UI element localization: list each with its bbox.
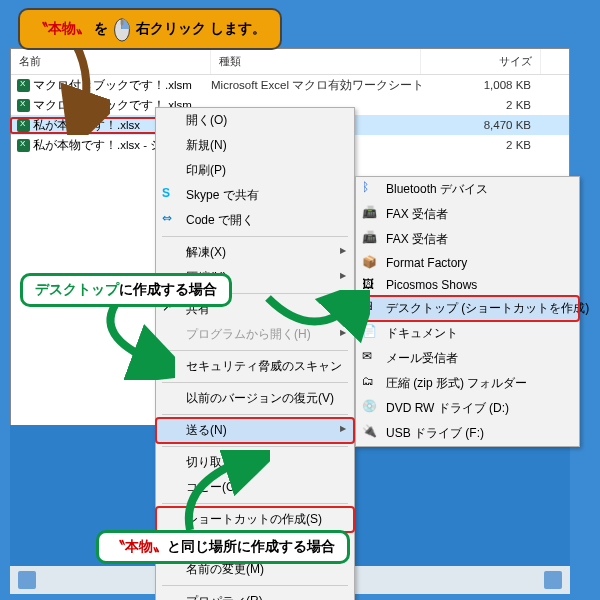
code-icon: ⇔ xyxy=(162,211,177,226)
arrow-green-up xyxy=(260,290,370,350)
xlsm-icon xyxy=(17,79,30,92)
sendto-usb[interactable]: 🔌USB ドライブ (F:) xyxy=(356,421,579,446)
fax-icon: 📠 xyxy=(362,230,377,245)
column-size[interactable]: サイズ xyxy=(421,49,541,74)
menu-separator xyxy=(162,414,348,415)
xlsm-icon xyxy=(17,99,30,112)
menu-separator xyxy=(162,585,348,586)
menu-send[interactable]: 送る(N) xyxy=(156,418,354,443)
menu-separator xyxy=(162,382,348,383)
menu-new[interactable]: 新規(N) xyxy=(156,133,354,158)
menu-properties[interactable]: プロパティ(R) xyxy=(156,589,354,600)
canvas: 〝本物〟 を 右クリック します。 名前 種類 サイズ マクロ付きブックです！.… xyxy=(0,0,600,600)
sendto-submenu: ᛒBluetooth デバイス 📠FAX 受信者 📠FAX 受信者 📦Forma… xyxy=(355,176,580,447)
menu-code[interactable]: ⇔Code で開く xyxy=(156,208,354,233)
arrow-green-up2 xyxy=(170,450,270,540)
xlsx-icon xyxy=(17,139,30,152)
fax-icon: 📠 xyxy=(362,205,377,220)
sendto-bluetooth[interactable]: ᛒBluetooth デバイス xyxy=(356,177,579,202)
callout-sameplace-case: 〝本物〟と同じ場所に作成する場合 xyxy=(96,530,350,564)
mail-icon: ✉ xyxy=(362,349,377,364)
callout-desktop-case: デスクトップに作成する場合 xyxy=(20,273,232,307)
column-kind[interactable]: 種類 xyxy=(211,49,421,74)
sendto-mail[interactable]: ✉メール受信者 xyxy=(356,346,579,371)
sendto-documents[interactable]: 📄ドキュメント xyxy=(356,321,579,346)
arrow-brown xyxy=(50,35,110,135)
ff-icon: 📦 xyxy=(362,255,377,270)
sendto-picosmos[interactable]: 🖼Picosmos Shows xyxy=(356,274,579,296)
sendto-desktop[interactable]: 🖥デスクトップ (ショートカットを作成) xyxy=(356,296,579,321)
menu-thaw[interactable]: 解凍(X) xyxy=(156,240,354,265)
sendto-dvd[interactable]: 💿DVD RW ドライブ (D:) xyxy=(356,396,579,421)
zip-icon: 🗂 xyxy=(362,374,377,389)
menu-restore[interactable]: 以前のバージョンの復元(V) xyxy=(156,386,354,411)
arrow-green-down xyxy=(85,300,175,380)
sendto-fax[interactable]: 📠FAX 受信者 xyxy=(356,202,579,227)
callout-quote: 〝本物〟 xyxy=(34,20,90,38)
usb-icon: 🔌 xyxy=(362,424,377,439)
menu-separator xyxy=(162,350,348,351)
mouse-icon xyxy=(112,16,132,42)
skype-icon: S xyxy=(162,186,177,201)
menu-separator xyxy=(162,446,348,447)
callout-rightclick: 〝本物〟 を 右クリック します。 xyxy=(18,8,282,50)
xlsx-icon xyxy=(17,119,30,132)
menu-open[interactable]: 開く(O) xyxy=(156,108,354,133)
menu-separator xyxy=(162,236,348,237)
column-name[interactable]: 名前 xyxy=(11,49,211,74)
bluetooth-icon: ᛒ xyxy=(362,180,377,195)
menu-scan[interactable]: ◐セキュリティ脅威のスキャン xyxy=(156,354,354,379)
taskbar-icon[interactable] xyxy=(18,571,36,589)
sendto-zip[interactable]: 🗂圧縮 (zip 形式) フォルダー xyxy=(356,371,579,396)
menu-print[interactable]: 印刷(P) xyxy=(156,158,354,183)
sendto-formatfactory[interactable]: 📦Format Factory xyxy=(356,252,579,274)
menu-skype[interactable]: SSkype で共有 xyxy=(156,183,354,208)
dvd-icon: 💿 xyxy=(362,399,377,414)
taskbar-icon[interactable] xyxy=(544,571,562,589)
sendto-fax[interactable]: 📠FAX 受信者 xyxy=(356,227,579,252)
svg-rect-1 xyxy=(121,20,124,26)
